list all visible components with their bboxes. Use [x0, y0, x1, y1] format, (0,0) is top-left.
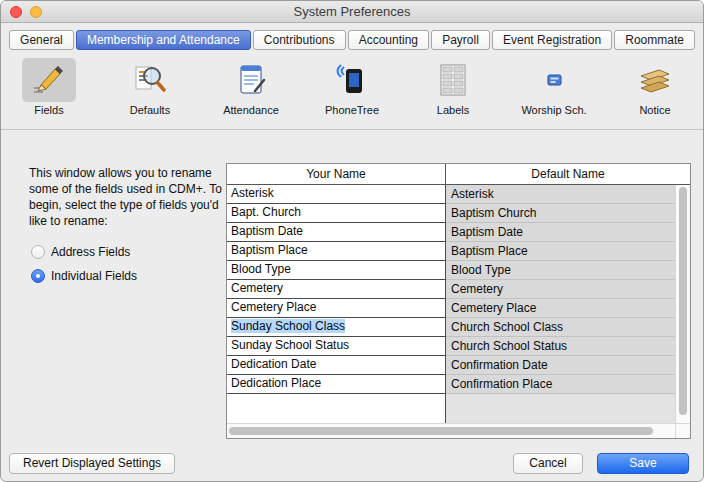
table-row: Bapt. ChurchBaptism Church — [227, 204, 675, 223]
radio-group: Address FieldsIndividual Fields — [31, 245, 137, 293]
revert-displayed-settings-button[interactable]: Revert Displayed Settings — [9, 453, 175, 474]
default-name-cell: Confirmation Place — [446, 375, 675, 394]
your-name-cell[interactable]: Baptism Place — [227, 242, 446, 261]
toolbar-item-label: Labels — [417, 104, 489, 116]
vertical-scrollbar-thumb[interactable] — [679, 187, 687, 415]
toolbar-item-fields[interactable]: Fields — [13, 58, 85, 125]
tab-payroll[interactable]: Payroll — [431, 30, 490, 50]
minimize-button[interactable] — [30, 6, 42, 18]
tab-membership-and-attendance[interactable]: Membership and Attendance — [76, 30, 251, 50]
toolbar-item-label: Worship Sch. — [518, 104, 590, 116]
your-name-cell[interactable]: Blood Type — [227, 261, 446, 280]
cancel-button[interactable]: Cancel — [513, 453, 583, 474]
scrollbar-corner — [675, 423, 690, 438]
empty-default-name-area — [446, 394, 675, 423]
toolbar-item-label: Fields — [13, 104, 85, 116]
rename-instructions-text: This window allows you to rename some of… — [29, 165, 225, 229]
your-name-cell[interactable]: Asterisk — [227, 185, 446, 204]
column-header-your-name: Your Name — [227, 164, 446, 184]
toolbar-item-label: PhoneTree — [316, 104, 388, 116]
table-empty-area — [227, 394, 675, 423]
toolbar: FieldsDefaultsAttendancePhoneTreeLabelsW… — [1, 53, 703, 130]
tab-event-registration[interactable]: Event Registration — [492, 30, 612, 50]
default-name-cell: Confirmation Date — [446, 356, 675, 375]
radio-button[interactable] — [31, 245, 45, 259]
save-button[interactable]: Save — [597, 453, 689, 474]
window-title: System Preferences — [1, 1, 703, 22]
clipboard-icon — [224, 58, 278, 102]
empty-your-name-area — [227, 394, 446, 423]
system-preferences-window: System Preferences GeneralMembership and… — [0, 0, 704, 482]
pencil-icon — [22, 58, 76, 102]
default-name-cell: Asterisk — [446, 185, 675, 204]
your-name-cell[interactable]: Bapt. Church — [227, 204, 446, 223]
toolbar-item-label: Defaults — [114, 104, 186, 116]
table-row: Cemetery PlaceCemetery Place — [227, 299, 675, 318]
your-name-cell[interactable]: Sunday School Class — [227, 318, 446, 337]
default-name-cell: Cemetery Place — [446, 299, 675, 318]
default-name-cell: Baptism Church — [446, 204, 675, 223]
table-row: AsteriskAsterisk — [227, 185, 675, 204]
window-controls — [10, 6, 42, 18]
default-name-cell: Baptism Date — [446, 223, 675, 242]
toolbar-item-worship-sch[interactable]: Worship Sch. — [518, 58, 590, 125]
selected-text: Sunday School Class — [231, 319, 345, 333]
toolbar-item-phonetree[interactable]: PhoneTree — [316, 58, 388, 125]
toolbar-item-notice[interactable]: Notice — [619, 58, 691, 125]
default-name-cell: Baptism Place — [446, 242, 675, 261]
table-row: Blood TypeBlood Type — [227, 261, 675, 280]
radio-label: Individual Fields — [51, 269, 137, 283]
default-name-cell: Blood Type — [446, 261, 675, 280]
titlebar: System Preferences — [1, 1, 703, 23]
default-name-cell: Church School Status — [446, 337, 675, 356]
column-header-default-name: Default Name — [446, 164, 690, 184]
close-button[interactable] — [10, 6, 22, 18]
your-name-cell[interactable]: Dedication Place — [227, 375, 446, 394]
table-row: Baptism PlaceBaptism Place — [227, 242, 675, 261]
toolbar-item-defaults[interactable]: Defaults — [114, 58, 186, 125]
horizontal-scrollbar[interactable] — [227, 423, 675, 438]
phone-icon — [325, 58, 379, 102]
table-row: Baptism DateBaptism Date — [227, 223, 675, 242]
radio-label: Address Fields — [51, 245, 130, 259]
envelope-stack-icon — [628, 58, 682, 102]
horizontal-scrollbar-thumb[interactable] — [229, 427, 653, 435]
tab-accounting[interactable]: Accounting — [348, 30, 430, 50]
default-name-cell: Cemetery — [446, 280, 675, 299]
tab-contributions[interactable]: Contributions — [253, 30, 346, 50]
table-body: AsteriskAsteriskBapt. ChurchBaptism Chur… — [227, 185, 675, 423]
table-row: CemeteryCemetery — [227, 280, 675, 299]
magnifier-icon — [123, 58, 177, 102]
vertical-scrollbar[interactable] — [675, 185, 690, 423]
radio-option-address-fields[interactable]: Address Fields — [31, 245, 137, 259]
table-row: Sunday School StatusChurch School Status — [227, 337, 675, 356]
radio-option-individual-fields[interactable]: Individual Fields — [31, 269, 137, 283]
your-name-cell[interactable]: Cemetery — [227, 280, 446, 299]
your-name-cell[interactable]: Baptism Date — [227, 223, 446, 242]
radio-button[interactable] — [31, 269, 45, 283]
tab-roommate[interactable]: Roommate — [614, 30, 695, 50]
labels-sheet-icon — [426, 58, 480, 102]
table-row: Sunday School ClassChurch School Class — [227, 318, 675, 337]
toolbar-item-label: Notice — [619, 104, 691, 116]
your-name-cell[interactable]: Sunday School Status — [227, 337, 446, 356]
worship-planner-icon — [527, 58, 581, 102]
default-name-cell: Church School Class — [446, 318, 675, 337]
toolbar-item-label: Attendance — [215, 104, 287, 116]
table-row: Dedication DateConfirmation Date — [227, 356, 675, 375]
your-name-cell[interactable]: Dedication Date — [227, 356, 446, 375]
tab-general[interactable]: General — [9, 30, 74, 50]
fields-table: Your Name Default Name AsteriskAsteriskB… — [226, 163, 691, 439]
toolbar-item-attendance[interactable]: Attendance — [215, 58, 287, 125]
table-row: Dedication PlaceConfirmation Place — [227, 375, 675, 394]
tab-bar: GeneralMembership and AttendanceContribu… — [1, 23, 703, 53]
table-header: Your Name Default Name — [227, 164, 690, 185]
your-name-cell[interactable]: Cemetery Place — [227, 299, 446, 318]
toolbar-item-labels[interactable]: Labels — [417, 58, 489, 125]
